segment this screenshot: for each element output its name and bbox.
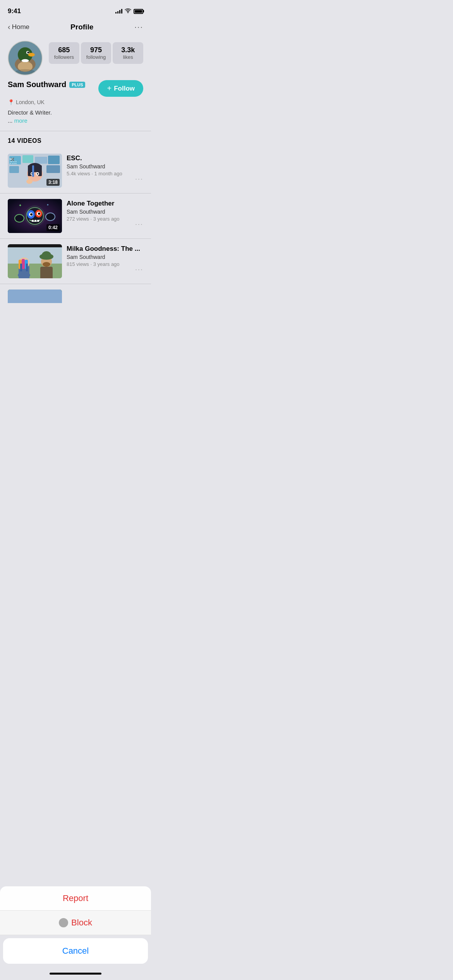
svg-point-65 — [42, 251, 51, 259]
svg-rect-44 — [32, 220, 34, 222]
video-more-button-2[interactable]: ··· — [135, 220, 143, 228]
video-list: ✕ NO TATTOOS AT WORK — [0, 154, 151, 303]
video-title-3: Milka Goodness: The ... — [67, 245, 143, 253]
signal-icon — [115, 9, 122, 14]
svg-point-29 — [37, 173, 38, 175]
likes-label: likes — [116, 54, 140, 60]
svg-rect-32 — [32, 165, 34, 177]
video-meta-3: 815 views · 3 years ago — [67, 261, 143, 267]
svg-rect-55 — [8, 264, 62, 278]
svg-rect-72 — [8, 290, 62, 303]
back-label: Home — [12, 23, 29, 31]
back-button[interactable]: ‹ Home — [8, 22, 29, 31]
video-author-3: Sam Southward — [67, 254, 143, 260]
profile-info: Sam Southward PLUS + Follow — [8, 80, 143, 97]
more-button[interactable]: ··· — [134, 22, 143, 31]
follow-button[interactable]: + Follow — [98, 80, 143, 97]
svg-rect-13 — [48, 156, 60, 164]
video-meta-1: 5.4k views · 1 month ago — [67, 171, 143, 176]
location-text: London, UK — [16, 99, 45, 105]
follow-label: Follow — [114, 85, 135, 93]
svg-rect-11 — [22, 155, 33, 163]
back-chevron-icon: ‹ — [8, 22, 10, 31]
followers-stat[interactable]: 685 followers — [49, 42, 79, 64]
svg-rect-15 — [46, 165, 60, 173]
following-label: following — [84, 54, 108, 60]
video-thumbnail-3 — [8, 244, 62, 278]
svg-point-66 — [43, 262, 50, 267]
location-pin-icon: 📍 — [8, 99, 14, 105]
svg-point-7 — [27, 51, 29, 53]
battery-icon — [134, 9, 143, 14]
bio-more-link[interactable]: more — [14, 117, 27, 124]
video-meta-2: 272 views · 3 years ago — [67, 216, 143, 222]
profile-bio: Director & Writer. ... more — [8, 108, 143, 125]
video-author-1: Sam Southward — [67, 163, 143, 170]
profile-name-row: Sam Southward PLUS — [8, 80, 85, 89]
page-title: Profile — [70, 23, 93, 31]
svg-rect-61 — [22, 259, 25, 269]
video-thumbnail-2: ✦ ✦ 0:42 — [8, 199, 62, 233]
following-count: 975 — [84, 46, 108, 54]
svg-rect-31 — [28, 177, 31, 182]
svg-point-5 — [28, 53, 35, 57]
likes-count: 3.3k — [116, 46, 140, 54]
svg-text:✦: ✦ — [19, 203, 22, 207]
svg-text:AT WORK: AT WORK — [10, 163, 17, 164]
svg-point-43 — [38, 212, 40, 215]
videos-header: 14 VIDEOS — [8, 137, 143, 144]
svg-rect-45 — [34, 220, 36, 222]
plus-badge: PLUS — [69, 82, 85, 88]
stats-container: 685 followers 975 following 3.3k likes — [49, 42, 143, 64]
videos-section: 14 VIDEOS — [0, 131, 151, 154]
profile-name: Sam Southward — [8, 80, 66, 89]
video-title-1: ESC. — [67, 154, 143, 162]
profile-name-block: Sam Southward PLUS — [8, 80, 85, 89]
following-stat[interactable]: 975 following — [81, 42, 112, 64]
svg-rect-46 — [37, 220, 39, 222]
video-author-2: Sam Southward — [67, 209, 143, 215]
svg-text:✦: ✦ — [46, 203, 49, 207]
followers-label: followers — [52, 54, 76, 60]
video-more-button-1[interactable]: ··· — [135, 175, 143, 183]
video-info-1: ESC. Sam Southward 5.4k views · 1 month … — [67, 154, 143, 176]
avatar[interactable] — [8, 41, 43, 75]
bio-ellipsis: ... — [8, 117, 14, 124]
bio-text: Director & Writer. — [8, 109, 52, 116]
svg-rect-14 — [9, 166, 19, 173]
profile-section: 685 followers 975 following 3.3k likes S… — [0, 36, 151, 131]
video-title-2: Alone Together — [67, 200, 143, 207]
list-item[interactable]: Milka Goodness: The ... Sam Southward 81… — [0, 238, 151, 284]
list-item[interactable]: ✕ NO TATTOOS AT WORK — [0, 154, 151, 193]
follow-plus-icon: + — [107, 84, 112, 93]
status-bar: 9:41 — [0, 0, 151, 19]
video-thumbnail-1: ✕ NO TATTOOS AT WORK — [8, 154, 62, 188]
status-time: 9:41 — [8, 7, 21, 15]
video-info-2: Alone Together Sam Southward 272 views ·… — [67, 199, 143, 222]
svg-rect-12 — [35, 157, 47, 164]
profile-location: 📍 London, UK — [8, 99, 143, 105]
status-icons — [115, 8, 143, 14]
video-duration-2: 0:42 — [46, 224, 60, 231]
svg-point-4 — [21, 59, 29, 62]
video-duration-1: 3:18 — [46, 179, 60, 186]
svg-text:NO: NO — [10, 158, 13, 160]
followers-count: 685 — [52, 46, 76, 54]
wifi-icon — [125, 8, 131, 14]
svg-point-42 — [30, 213, 33, 216]
video-more-button-3[interactable]: ··· — [135, 266, 143, 274]
list-item[interactable]: ✦ ✦ 0:42 Alone Together Sam Southward 27… — [0, 193, 151, 238]
nav-header: ‹ Home Profile ··· — [0, 19, 151, 36]
svg-rect-69 — [26, 264, 28, 271]
svg-rect-68 — [20, 264, 22, 271]
likes-stat[interactable]: 3.3k likes — [113, 42, 143, 64]
svg-rect-56 — [8, 244, 62, 247]
svg-point-8 — [15, 69, 35, 74]
video-info-3: Milka Goodness: The ... Sam Southward 81… — [67, 244, 143, 267]
video-thumbnail-4 — [8, 290, 62, 303]
list-item[interactable] — [0, 284, 151, 303]
profile-top: 685 followers 975 following 3.3k likes — [8, 41, 143, 75]
svg-rect-67 — [40, 267, 53, 278]
